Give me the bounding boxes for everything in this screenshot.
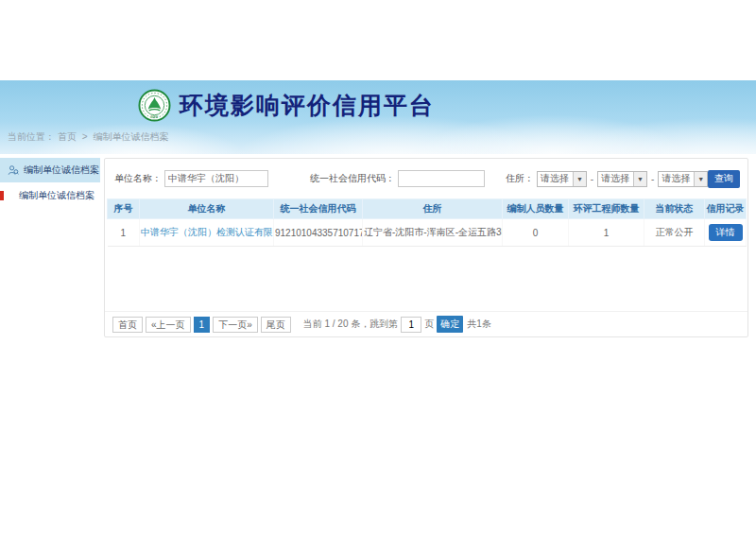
sidebar-item-credit-archive[interactable]: 编制单位诚信档案: [0, 183, 100, 208]
select-separator: -: [651, 174, 654, 184]
person-search-icon: [8, 164, 19, 176]
cell-staff-count: 0: [503, 219, 569, 247]
unit-name-link[interactable]: 中谱华宇（沈阳）检测认证有限公司: [141, 227, 274, 237]
sidebar-item-label: 编制单位诚信档案: [19, 189, 94, 202]
page-jump-input[interactable]: [401, 317, 421, 333]
breadcrumb-separator: >: [82, 131, 88, 142]
brand: MEE 环境影响评价信用平台: [138, 87, 435, 123]
pagination-info: 当前 1 / 20 条，跳到第: [303, 318, 399, 331]
col-credit-record: 信用记录: [705, 199, 747, 219]
chevron-down-icon: ▼: [573, 172, 586, 186]
city-select-value: 请选择: [598, 172, 633, 185]
col-index: 序号: [108, 199, 140, 219]
detail-button[interactable]: 详情: [709, 224, 743, 241]
address-label: 住所：: [506, 172, 534, 185]
pagination-page-word: 页: [424, 318, 434, 331]
city-select[interactable]: 请选择 ▼: [597, 171, 647, 187]
pagination-next-button[interactable]: 下一页»: [213, 317, 258, 333]
unit-name-input[interactable]: [164, 170, 268, 187]
cell-index: 1: [108, 219, 140, 247]
red-marker-icon: [0, 191, 4, 200]
col-status: 当前状态: [644, 199, 705, 219]
cell-credit-code: 91210104335710717K: [274, 219, 363, 247]
filter-bar: 单位名称： 统一社会信用代码： 住所： 请选择 ▼ - 请选择 ▼ - 请选择 …: [114, 169, 740, 188]
province-select-value: 请选择: [538, 172, 573, 185]
sidebar-item-label: 编制单位诚信档案: [24, 164, 99, 177]
chevron-down-icon: ▼: [633, 172, 646, 186]
province-select[interactable]: 请选择 ▼: [537, 171, 587, 187]
cell-status: 正常公开: [644, 219, 705, 247]
sidebar-item-credit-archive-active[interactable]: 编制单位诚信档案: [0, 158, 100, 183]
unit-name-label: 单位名称：: [114, 172, 162, 185]
table-row: 1 中谱华宇（沈阳）检测认证有限公司 91210104335710717K 辽宁…: [108, 219, 747, 247]
breadcrumb: 当前位置：首页 > 编制单位诚信档案: [8, 130, 171, 144]
col-credit-code: 统一社会信用代码: [274, 199, 363, 219]
jump-confirm-button[interactable]: 确定: [437, 316, 463, 333]
select-separator: -: [591, 174, 593, 184]
results-table: 序号 单位名称 统一社会信用代码 住所 编制人员数量 环评工程师数量 当前状态 …: [107, 198, 747, 247]
platform-logo-icon: MEE: [138, 89, 171, 122]
col-unit-name: 单位名称: [140, 199, 274, 219]
credit-code-label: 统一社会信用代码：: [310, 172, 395, 185]
credit-code-input[interactable]: [398, 170, 485, 187]
main-panel: 单位名称： 统一社会信用代码： 住所： 请选择 ▼ - 请选择 ▼ - 请选择 …: [104, 158, 748, 337]
pagination-total: 共1条: [467, 318, 491, 331]
district-select-value: 请选择: [659, 172, 694, 185]
cell-address: 辽宁省-沈阳市-浑南区-全运五路35-1号楼902: [363, 219, 503, 247]
col-staff-count: 编制人员数量: [503, 199, 569, 219]
pagination-first-button[interactable]: 首页: [112, 317, 143, 333]
table-header-row: 序号 单位名称 统一社会信用代码 住所 编制人员数量 环评工程师数量 当前状态 …: [108, 199, 747, 219]
sidebar: 编制单位诚信档案 编制单位诚信档案: [0, 158, 100, 208]
pagination: 首页 «上一页 1 下一页» 尾页 当前 1 / 20 条，跳到第 页 确定 共…: [105, 311, 747, 336]
pagination-last-button[interactable]: 尾页: [261, 317, 291, 333]
pagination-prev-button[interactable]: «上一页: [146, 317, 191, 333]
col-engineer-count: 环评工程师数量: [569, 199, 644, 219]
page-title: 环境影响评价信用平台: [180, 90, 435, 121]
breadcrumb-home-link[interactable]: 首页: [58, 131, 77, 142]
svg-text:MEE: MEE: [151, 114, 159, 118]
col-address: 住所: [363, 199, 503, 219]
search-button[interactable]: 查询: [708, 170, 740, 188]
district-select[interactable]: 请选择 ▼: [658, 171, 708, 187]
chevron-down-icon: ▼: [694, 172, 707, 186]
cell-engineer-count: 1: [569, 219, 644, 247]
pagination-page-1-button[interactable]: 1: [194, 317, 211, 333]
breadcrumb-prefix: 当前位置：: [8, 131, 55, 142]
breadcrumb-current: 编制单位诚信档案: [93, 131, 168, 142]
